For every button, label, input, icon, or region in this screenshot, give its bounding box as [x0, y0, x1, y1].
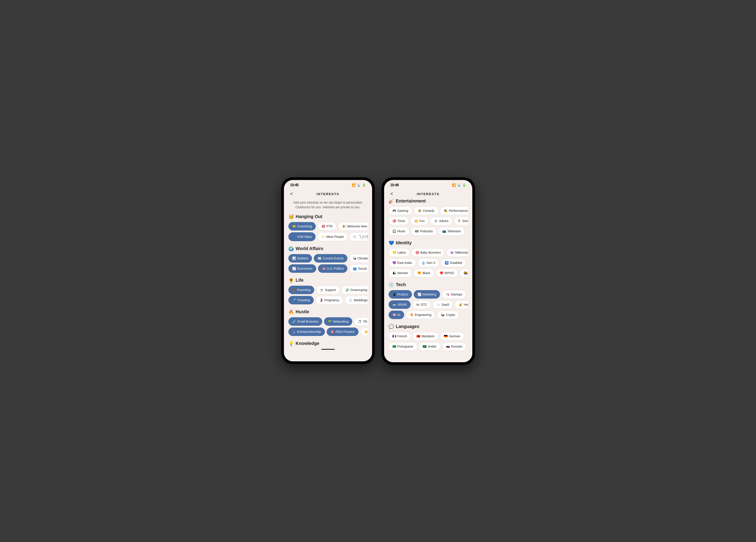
section-world-affairs: 🌍 World Affairs 📊Markets 📰Current Events… [288, 246, 368, 273]
tag-trivia[interactable]: 🎯Trivia [389, 217, 409, 225]
tag-disabled[interactable]: ♿Disabled [441, 259, 466, 267]
tag-product[interactable]: 📱Product [389, 290, 412, 298]
tag-saas[interactable]: ☁️SaaS [433, 300, 453, 309]
section-entertainment: 🎸 Entertainment 🎮Gaming 🐵Comedy 🎭Perform… [389, 199, 468, 236]
back-button-left[interactable]: < [288, 190, 295, 198]
emoji-identity: 💙 [389, 240, 394, 246]
tags-row-world-2: 📈Economics 🇺🇸U.S. Politics 👥Social I... [288, 264, 368, 273]
tag-dtc[interactable]: 🛍DTC [412, 300, 431, 309]
tag-gen-x[interactable]: 👔Gen X [418, 259, 439, 267]
tag-crypto[interactable]: 🦦Crypto [437, 310, 459, 319]
phone-left-inner: 10:45 📶 📡 🔋 < INTERESTS Add your interes… [284, 180, 372, 361]
tag-baby-boomers[interactable]: 🎯Baby Boomers [412, 248, 445, 257]
tag-grownuping[interactable]: 💸Grownuping [341, 286, 367, 294]
tag-wave[interactable]: 👋 [360, 327, 368, 336]
tag-networking[interactable]: 🌱Networking [324, 317, 352, 326]
tag-portuguese[interactable]: 🇧🇷Portuguese [389, 342, 417, 351]
phone-left: 10:45 📶 📡 🔋 < INTERESTS Add your interes… [281, 177, 375, 364]
tag-russian[interactable]: 🇷🇺Russian [442, 342, 466, 351]
tag-chill-vibes[interactable]: 🎵Chill Vibes [288, 232, 316, 241]
tag-ptr[interactable]: 🎯PTR [318, 222, 336, 231]
tag-lgbtq[interactable]: 🏳️‍🌈LG... [460, 269, 468, 277]
tag-arabic[interactable]: 🇸🇦Arabic [419, 342, 440, 351]
tag-podcasts[interactable]: 📼Podcasts [411, 227, 437, 236]
tag-traveling[interactable]: ✈️Traveling [288, 296, 314, 304]
tag-social[interactable]: 👥Social I... [349, 264, 367, 273]
time-right: 10:46 [390, 183, 399, 187]
tag-music[interactable]: 🎧Music [389, 227, 410, 236]
tag-comedy[interactable]: 🐵Comedy [414, 207, 438, 215]
tags-row-entertainment-2: 🎯Trivia 💥Fun ☕Advice 🎙Storytelling [389, 217, 468, 225]
tag-performances[interactable]: 🎭Performances [440, 207, 468, 215]
tag-shrug[interactable]: 🐑¯\_(ツ)_/¯ [349, 232, 368, 241]
tag-mandarin[interactable]: 🇨🇳Mandarin [413, 332, 438, 340]
tag-welcome-new[interactable]: 🎉Welcome New [338, 222, 368, 231]
tag-ai[interactable]: 🧠AI [389, 310, 404, 319]
emoji-knowledge: 💡 [288, 341, 294, 346]
tag-venture[interactable]: 💰Venture [455, 300, 468, 309]
status-icons-right: 📶 📡 🔋 [452, 183, 466, 187]
tag-gaming[interactable]: 🎮Gaming [389, 207, 412, 215]
tag-black[interactable]: 🧡Black [414, 269, 434, 277]
tag-east-asian[interactable]: 💜East Asian [389, 259, 416, 267]
emoji-life: 🌻 [288, 278, 294, 283]
section-title-tech: 💿 Tech [389, 282, 468, 287]
phone-right-inner: 10:46 📶 📡 🔋 < INTERESTS 🎸 Entert [384, 180, 472, 362]
tag-us-politics[interactable]: 🇺🇸U.S. Politics [318, 264, 347, 273]
section-life: 🌻 Life 🐻Parenting ☕Support 💸Grownuping ✈… [288, 278, 368, 304]
tag-television[interactable]: 📺Television [438, 227, 465, 236]
section-knowledge: 💡 Knowledge [288, 341, 368, 350]
tag-markets[interactable]: 📊Markets [288, 254, 312, 263]
tag-current-events[interactable]: 📰Current Events [314, 254, 347, 263]
tag-vrar[interactable]: 🥽VR/AR [389, 300, 411, 309]
section-title-hanging-out: 🥳 Hanging Out [288, 214, 368, 220]
signal-icon-right: 📶 [452, 183, 456, 187]
tags-row-hanging-out-1: 🤝Coworking 🎯PTR 🎉Welcome New [288, 222, 368, 231]
tag-support[interactable]: ☕Support [316, 286, 340, 294]
tag-coworking[interactable]: 🤝Coworking [288, 222, 316, 231]
header-left: < INTERESTS [288, 189, 368, 199]
tags-row-hanging-out-2: 🎵Chill Vibes ✨Meet People 🐑¯\_(ツ)_/¯ [288, 232, 368, 241]
section-hanging-out: 🥳 Hanging Out 🤝Coworking 🎯PTR 🎉Welcome N… [288, 214, 368, 241]
emoji-entertainment: 🎸 [389, 199, 394, 204]
emoji-languages: 💬 [389, 324, 394, 329]
tag-tik[interactable]: 🎵Tik [354, 317, 367, 326]
tag-engineering[interactable]: 🍕Engineering [406, 310, 435, 319]
section-title-life: 🌻 Life [288, 278, 368, 283]
tag-economics[interactable]: 📈Economics [288, 264, 316, 273]
status-bar-left: 10:45 📶 📡 🔋 [284, 180, 372, 189]
tag-storytelling[interactable]: 🎙Storytelling [454, 217, 468, 225]
wifi-icon-right: 📡 [457, 183, 461, 187]
tag-small-business[interactable]: 🔗Small Business [288, 317, 322, 326]
tag-french[interactable]: 🇫🇷French [389, 332, 411, 340]
section-title-identity: 💙 Identity [389, 240, 468, 246]
tags-row-languages-1: 🇫🇷French 🇨🇳Mandarin 🇩🇪German [389, 332, 468, 340]
tag-pregnancy[interactable]: 🤰Pregnancy [316, 296, 343, 304]
tag-meet-people[interactable]: ✨Meet People [317, 232, 348, 241]
tag-fun[interactable]: 💥Fun [410, 217, 428, 225]
back-button-right[interactable]: < [389, 190, 395, 198]
knowledge-divider [321, 349, 335, 350]
tag-entrepreneurship[interactable]: ✂️Entrepreneurship [288, 327, 325, 336]
tag-marketing[interactable]: 📈Marketing [414, 290, 440, 298]
battery-icon-right: 🔋 [462, 183, 466, 187]
phone-right: 10:46 📶 📡 🔋 < INTERESTS 🎸 Entert [381, 177, 475, 365]
status-icons-left: 📶 📡 🔋 [352, 183, 366, 187]
tag-parenting[interactable]: 🐻Parenting [288, 286, 314, 294]
section-title-entertainment: 🎸 Entertainment [389, 199, 468, 204]
tag-bipoc[interactable]: ❤️BIPOC [436, 269, 458, 277]
tag-women[interactable]: 👩‍👧Women [389, 269, 412, 277]
tag-advice[interactable]: ☕Advice [430, 217, 452, 225]
tag-climate[interactable]: 🌤Climate [349, 254, 368, 263]
tags-row-tech-1: 📱Product 📈Marketing 🦄Startups [389, 290, 468, 298]
tags-row-entertainment-3: 🎧Music 📼Podcasts 📺Television [389, 227, 468, 236]
tag-pitch-practice[interactable]: 🎯Pitch Practice [327, 327, 359, 336]
tags-row-identity-2: 💜East Asian 👔Gen X ♿Disabled [389, 259, 468, 267]
tag-weddings[interactable]: 💍Weddings [345, 296, 368, 304]
tag-german[interactable]: 🇩🇪German [440, 332, 464, 340]
tag-millennials[interactable]: 👾Millennials [446, 248, 468, 257]
tag-startups[interactable]: 🦄Startups [442, 290, 466, 298]
tag-latino[interactable]: 💛Latino [389, 248, 410, 257]
wifi-icon-left: 📡 [357, 183, 361, 187]
subtitle-left: Add your interests so we can begin to pe… [288, 199, 368, 214]
